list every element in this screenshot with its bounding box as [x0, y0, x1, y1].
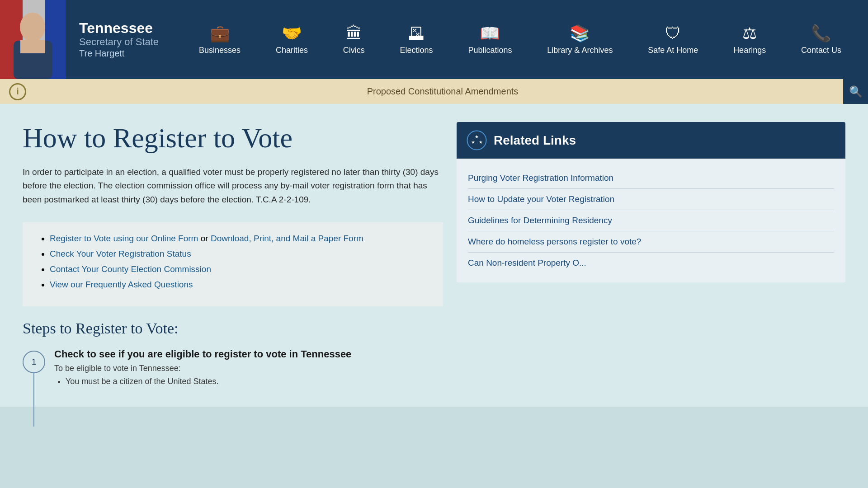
steps-heading: Steps to Register to Vote: — [23, 320, 443, 337]
hearings-icon: ⚖ — [742, 24, 757, 43]
publications-icon: 📖 — [480, 24, 500, 43]
register-online-link[interactable]: Register to Vote using our Online Form — [50, 234, 198, 243]
step-1-content: Check to see if you are eligible to regi… — [54, 348, 351, 389]
brand-title: Tennessee — [79, 20, 159, 36]
related-links-list: Purging Voter Registration Information H… — [457, 159, 845, 282]
brand-subtitle: Secretary of State — [79, 36, 159, 48]
related-link-update[interactable]: How to Update your Voter Registration — [468, 189, 834, 210]
announcement-bar: i Proposed Constitutional Amendments 🔍 — [0, 79, 868, 104]
page-title: How to Register to Vote — [23, 122, 443, 154]
nav-contact[interactable]: 📞 Contact Us — [794, 19, 848, 60]
businesses-icon: 💼 — [210, 24, 230, 43]
step-1: 1 Check to see if you are eligible to re… — [23, 348, 443, 389]
nav-library[interactable]: 📚 Library & Archives — [540, 19, 619, 60]
nav-charities[interactable]: 🤝 Charities — [269, 19, 315, 60]
list-item: Register to Vote using our Online Form o… — [50, 234, 427, 244]
nav-safe-at-home-label: Safe At Home — [648, 46, 698, 55]
charities-icon: 🤝 — [282, 24, 302, 43]
info-button[interactable]: i — [9, 83, 26, 100]
search-icon: 🔍 — [849, 85, 863, 98]
nav-publications[interactable]: 📖 Publications — [461, 19, 519, 60]
nav-elections-label: Elections — [400, 46, 433, 55]
svg-text:★: ★ — [471, 140, 475, 145]
nav-charities-label: Charities — [276, 46, 308, 55]
quick-links-section: Register to Vote using our Online Form o… — [23, 222, 443, 306]
announcement-text: Proposed Constitutional Amendments — [26, 86, 859, 97]
nav-contact-label: Contact Us — [801, 46, 841, 55]
nav-safe-at-home[interactable]: 🛡 Safe At Home — [641, 19, 705, 60]
official-photo — [0, 0, 66, 79]
safe-at-home-icon: 🛡 — [665, 24, 681, 43]
nav-hearings[interactable]: ⚖ Hearings — [726, 19, 773, 60]
step-1-bullets: You must be a citizen of the United Stat… — [54, 377, 351, 386]
step-connector-line — [33, 372, 34, 427]
sidebar: ★ ★ ★ Related Links Purging Voter Regist… — [457, 122, 845, 389]
or-text: or — [201, 234, 211, 243]
content-left: How to Register to Vote In order to part… — [23, 122, 443, 389]
contact-icon: 📞 — [811, 24, 831, 43]
main-nav: 💼 Businesses 🤝 Charities 🏛 Civics 🗳 Elec… — [172, 19, 868, 60]
related-link-partial[interactable]: Can Non-resident Property O... — [468, 253, 834, 273]
step-1-subheading: To be eligible to vote in Tennessee: — [54, 364, 351, 373]
svg-text:★: ★ — [479, 140, 483, 145]
svg-rect-7 — [20, 40, 45, 53]
related-link-residency[interactable]: Guidelines for Determining Residency — [468, 210, 834, 231]
elections-icon: 🗳 — [408, 24, 425, 43]
nav-hearings-label: Hearings — [733, 46, 766, 55]
search-button[interactable]: 🔍 — [843, 79, 868, 104]
svg-text:★: ★ — [475, 134, 479, 139]
download-form-link[interactable]: Download, Print, and Mail a Paper Form — [211, 234, 363, 243]
site-header: Tennessee Secretary of State Tre Hargett… — [0, 0, 868, 79]
nav-library-label: Library & Archives — [547, 46, 613, 55]
contact-election-link[interactable]: Contact Your County Election Commission — [50, 264, 211, 274]
intro-paragraph: In order to participate in an election, … — [23, 165, 443, 206]
nav-elections[interactable]: 🗳 Elections — [393, 19, 440, 60]
related-links-box: ★ ★ ★ Related Links Purging Voter Regist… — [457, 122, 845, 282]
nav-publications-label: Publications — [468, 46, 512, 55]
step-number-1: 1 — [23, 351, 45, 373]
list-item: You must be a citizen of the United Stat… — [66, 377, 351, 386]
related-link-purging[interactable]: Purging Voter Registration Information — [468, 168, 834, 189]
tn-stars-icon: ★ ★ ★ — [467, 130, 487, 150]
nav-civics-label: Civics — [343, 46, 365, 55]
nav-civics[interactable]: 🏛 Civics — [336, 19, 372, 60]
list-item: Contact Your County Election Commission — [50, 264, 427, 274]
nav-businesses-label: Businesses — [199, 46, 241, 55]
list-item: Check Your Voter Registration Status — [50, 249, 427, 259]
main-content: How to Register to Vote In order to part… — [0, 104, 868, 407]
related-links-title: Related Links — [494, 133, 576, 148]
list-item: View our Frequently Asked Questions — [50, 280, 427, 290]
check-status-link[interactable]: Check Your Voter Registration Status — [50, 249, 191, 258]
step-1-heading: Check to see if you are eligible to regi… — [54, 348, 351, 360]
faq-link[interactable]: View our Frequently Asked Questions — [50, 280, 193, 289]
civics-icon: 🏛 — [346, 24, 362, 43]
related-link-homeless[interactable]: Where do homeless persons register to vo… — [468, 231, 834, 253]
brand-name: Tre Hargett — [79, 48, 159, 59]
nav-businesses[interactable]: 💼 Businesses — [192, 19, 247, 60]
quick-links-list: Register to Vote using our Online Form o… — [38, 234, 427, 290]
brand-section: Tennessee Secretary of State Tre Hargett — [66, 20, 172, 59]
related-links-header: ★ ★ ★ Related Links — [457, 122, 845, 159]
library-icon: 📚 — [570, 24, 590, 43]
svg-point-5 — [20, 13, 45, 42]
